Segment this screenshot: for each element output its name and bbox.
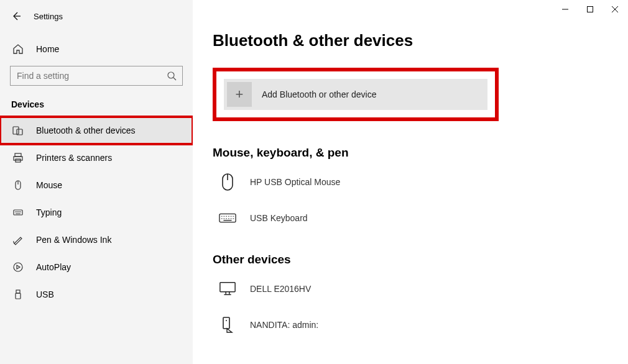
- sidebar-item-pen[interactable]: Pen & Windows Ink: [0, 226, 193, 253]
- mouse-icon: [12, 180, 24, 191]
- category-label: Devices: [0, 86, 193, 117]
- sidebar-item-label: USB: [36, 289, 54, 299]
- search-icon: [167, 71, 177, 81]
- usb-icon: [12, 289, 24, 300]
- home-label: Home: [36, 44, 59, 54]
- svg-rect-5: [15, 153, 21, 157]
- svg-point-13: [14, 263, 22, 271]
- monitor-icon: [219, 280, 236, 298]
- keyboard-icon: [12, 207, 24, 218]
- sidebar-item-label: Pen & Windows Ink: [36, 235, 111, 245]
- nav-list: Bluetooth & other devices Printers & sca…: [0, 117, 193, 308]
- home-icon: [12, 43, 24, 55]
- svg-point-1: [168, 72, 174, 78]
- search-input[interactable]: [10, 66, 183, 86]
- sidebar-item-label: Typing: [36, 207, 62, 217]
- add-device-button[interactable]: + Add Bluetooth or other device: [224, 79, 487, 110]
- device-usb-keyboard[interactable]: USB Keyboard: [213, 204, 608, 240]
- sidebar-item-typing[interactable]: Typing: [0, 199, 193, 226]
- sidebar-item-printers[interactable]: Printers & scanners: [0, 144, 193, 171]
- pen-icon: [12, 234, 24, 245]
- section-mouse-keyboard-pen: Mouse, keyboard, & pen HP USB Optical Mo…: [213, 146, 608, 240]
- device-label: USB Keyboard: [250, 213, 308, 223]
- window-controls: [561, 5, 619, 14]
- sidebar: Settings Home Devices Bluetooth & oth: [0, 0, 193, 364]
- sidebar-item-mouse[interactable]: Mouse: [0, 171, 193, 199]
- svg-rect-17: [588, 7, 593, 12]
- sidebar-item-label: Printers & scanners: [36, 153, 112, 163]
- svg-rect-14: [16, 290, 20, 293]
- svg-rect-3: [13, 127, 19, 134]
- svg-rect-22: [219, 214, 236, 222]
- device-nandita-admin[interactable]: NANDITA: admin:: [213, 311, 608, 347]
- content: Bluetooth & other devices + Add Bluetoot…: [193, 0, 628, 364]
- mouse-device-icon: [219, 173, 236, 191]
- device-hp-mouse[interactable]: HP USB Optical Mouse: [213, 168, 608, 204]
- close-icon[interactable]: [611, 5, 619, 14]
- section-title: Other devices: [213, 253, 608, 266]
- titlebar-left: Settings: [0, 9, 193, 24]
- svg-rect-6: [14, 157, 22, 160]
- nav-home[interactable]: Home: [0, 37, 193, 62]
- sidebar-item-label: Mouse: [36, 180, 62, 190]
- svg-rect-26: [220, 283, 235, 292]
- svg-rect-10: [14, 210, 22, 215]
- svg-rect-30: [223, 317, 229, 329]
- page-title: Bluetooth & other devices: [213, 31, 608, 50]
- device-label: DELL E2016HV: [250, 284, 311, 294]
- add-device-label: Add Bluetooth or other device: [262, 89, 376, 99]
- bluetooth-devices-icon: [12, 125, 24, 136]
- maximize-icon[interactable]: [586, 5, 594, 14]
- add-device-highlight: + Add Bluetooth or other device: [213, 68, 499, 121]
- device-label: NANDITA: admin:: [250, 320, 318, 330]
- media-device-icon: [219, 316, 236, 334]
- plus-icon: +: [227, 82, 252, 107]
- sidebar-item-label: Bluetooth & other devices: [36, 125, 136, 135]
- back-icon[interactable]: [11, 11, 21, 21]
- autoplay-icon: [12, 262, 24, 273]
- keyboard-device-icon: [219, 209, 236, 227]
- device-label: HP USB Optical Mouse: [250, 177, 340, 187]
- svg-line-2: [173, 78, 176, 80]
- section-title: Mouse, keyboard, & pen: [213, 146, 608, 160]
- sidebar-item-bluetooth[interactable]: Bluetooth & other devices: [0, 117, 193, 144]
- device-dell-monitor[interactable]: DELL E2016HV: [213, 275, 608, 311]
- minimize-icon[interactable]: [561, 5, 570, 14]
- sidebar-item-label: AutoPlay: [36, 262, 71, 272]
- sidebar-item-usb[interactable]: USB: [0, 281, 193, 308]
- svg-rect-15: [16, 293, 21, 299]
- svg-point-31: [226, 320, 227, 321]
- window-title: Settings: [34, 12, 63, 21]
- section-other-devices: Other devices DELL E2016HV NANDITA: admi…: [213, 253, 608, 347]
- printer-icon: [12, 152, 24, 163]
- sidebar-item-autoplay[interactable]: AutoPlay: [0, 253, 193, 281]
